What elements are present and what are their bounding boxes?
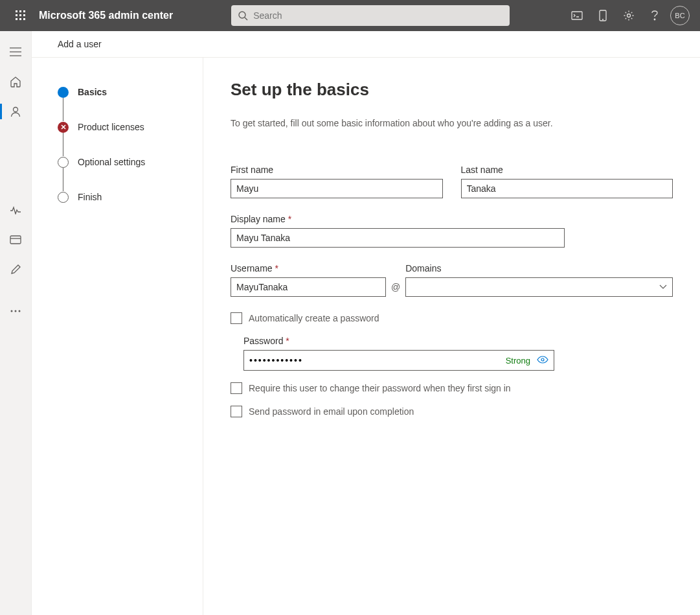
shell-cmd-icon[interactable] bbox=[564, 0, 590, 31]
svg-point-23 bbox=[15, 310, 17, 312]
svg-point-15 bbox=[654, 19, 655, 20]
app-title: Microsoft 365 admin center bbox=[39, 10, 173, 21]
avatar[interactable]: BC bbox=[670, 6, 690, 25]
nav-more[interactable] bbox=[0, 298, 31, 324]
svg-rect-4 bbox=[19, 14, 21, 16]
domains-label: Domains bbox=[405, 263, 673, 273]
svg-rect-20 bbox=[10, 236, 21, 244]
password-label: Password * bbox=[243, 336, 673, 346]
require-change-label: Require this user to change their passwo… bbox=[249, 383, 511, 393]
main-panel: Add a user Basics Product licenses Optio… bbox=[31, 31, 700, 615]
auto-password-label: Automatically create a password bbox=[249, 313, 379, 323]
svg-rect-2 bbox=[23, 10, 25, 12]
at-symbol: @ bbox=[391, 277, 400, 297]
require-change-checkbox[interactable] bbox=[231, 382, 242, 394]
svg-rect-8 bbox=[23, 18, 25, 20]
svg-point-27 bbox=[541, 358, 544, 361]
wizard-steps: Basics Product licenses Optional setting… bbox=[32, 58, 203, 615]
svg-point-22 bbox=[11, 310, 13, 312]
settings-icon[interactable] bbox=[616, 0, 642, 31]
svg-rect-5 bbox=[23, 14, 25, 16]
display-name-input[interactable] bbox=[231, 228, 565, 248]
top-header: Microsoft 365 admin center BC bbox=[0, 0, 700, 31]
reveal-password-icon[interactable] bbox=[537, 355, 548, 366]
form-heading: Set up the basics bbox=[231, 80, 673, 100]
password-input[interactable] bbox=[249, 355, 506, 366]
step-product-licenses[interactable]: Product licenses bbox=[58, 121, 203, 133]
nav-setup[interactable] bbox=[0, 257, 31, 283]
svg-rect-11 bbox=[572, 12, 582, 19]
form-area: Set up the basics To get started, fill o… bbox=[203, 58, 700, 615]
help-icon[interactable] bbox=[642, 0, 668, 31]
step-finish[interactable]: Finish bbox=[58, 191, 203, 203]
svg-point-9 bbox=[239, 12, 245, 18]
svg-point-19 bbox=[14, 108, 18, 112]
send-email-label: Send password in email upon completion bbox=[249, 406, 414, 417]
step-marker-error-icon bbox=[58, 122, 69, 133]
domains-select[interactable] bbox=[405, 277, 673, 297]
nav-billing[interactable] bbox=[0, 227, 31, 253]
search-icon bbox=[238, 10, 248, 21]
step-basics[interactable]: Basics bbox=[58, 86, 203, 98]
svg-rect-3 bbox=[16, 14, 17, 16]
first-name-label: First name bbox=[231, 165, 443, 175]
svg-rect-0 bbox=[16, 10, 17, 12]
last-name-label: Last name bbox=[461, 165, 673, 175]
step-marker-pending-icon bbox=[58, 157, 69, 168]
username-input[interactable] bbox=[231, 277, 386, 297]
username-label: Username * bbox=[231, 263, 386, 273]
search-box[interactable] bbox=[231, 5, 510, 26]
search-input[interactable] bbox=[253, 10, 503, 21]
nav-users[interactable] bbox=[0, 99, 31, 124]
page-title: Add a user bbox=[32, 31, 700, 58]
display-name-label: Display name * bbox=[231, 214, 565, 224]
first-name-input[interactable] bbox=[231, 179, 443, 198]
step-marker-pending-icon bbox=[58, 192, 69, 203]
svg-point-24 bbox=[19, 310, 21, 312]
search-wrap bbox=[231, 5, 510, 26]
chevron-down-icon bbox=[659, 284, 667, 290]
password-input-wrap: Strong bbox=[243, 350, 554, 371]
form-description: To get started, fill out some basic info… bbox=[231, 118, 673, 128]
svg-rect-1 bbox=[19, 10, 21, 12]
password-strength: Strong bbox=[506, 356, 530, 366]
svg-line-10 bbox=[245, 17, 247, 20]
nav-health[interactable] bbox=[0, 197, 31, 223]
nav-home[interactable] bbox=[0, 69, 31, 95]
step-marker-active-icon bbox=[58, 87, 69, 98]
svg-rect-7 bbox=[19, 18, 21, 20]
send-email-checkbox[interactable] bbox=[231, 406, 242, 417]
auto-password-checkbox[interactable] bbox=[231, 312, 242, 324]
step-optional-settings[interactable]: Optional settings bbox=[58, 156, 203, 168]
left-nav-rail bbox=[0, 31, 31, 615]
svg-rect-6 bbox=[16, 18, 17, 20]
svg-point-14 bbox=[627, 14, 631, 17]
last-name-input[interactable] bbox=[461, 179, 673, 198]
mobile-icon[interactable] bbox=[590, 0, 616, 31]
app-launcher-button[interactable] bbox=[5, 0, 36, 31]
nav-toggle-button[interactable] bbox=[0, 39, 31, 65]
